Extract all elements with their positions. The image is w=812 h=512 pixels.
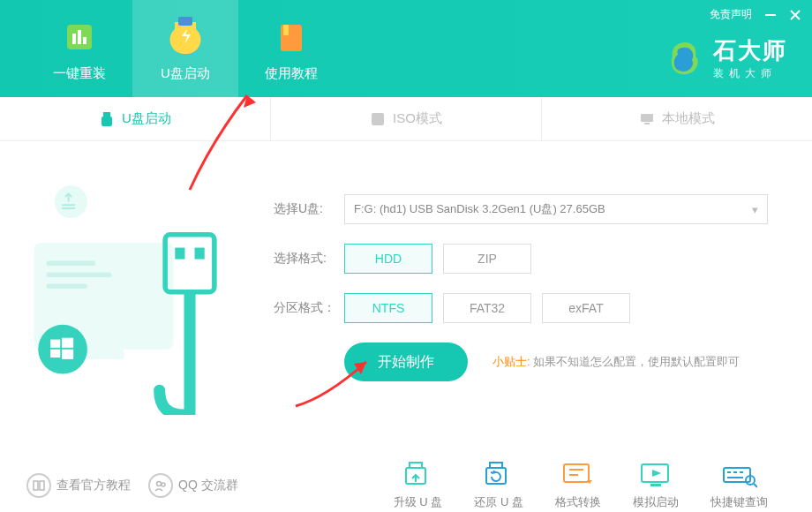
reinstall-icon (58, 16, 101, 58)
action-format-convert[interactable]: 格式转换 (555, 461, 601, 510)
simulate-icon (638, 461, 673, 489)
action-hotkey-label: 快捷键查询 (710, 494, 768, 510)
official-tutorial-label: 查看官方教程 (56, 478, 131, 493)
action-hotkey-query[interactable]: 快捷键查询 (710, 461, 768, 510)
partition-option-exfat[interactable]: exFAT (542, 293, 630, 323)
tab-tutorial[interactable]: 使用教程 (238, 0, 344, 97)
minimize-button[interactable] (764, 9, 777, 21)
disk-label: 选择U盘: (274, 201, 344, 217)
svg-rect-15 (47, 260, 96, 266)
svg-rect-16 (47, 272, 112, 277)
svg-rect-36 (650, 484, 661, 486)
qq-group-label: QQ 交流群 (178, 478, 238, 493)
convert-icon (560, 461, 596, 489)
svg-rect-25 (175, 248, 184, 260)
svg-rect-3 (83, 37, 86, 44)
svg-rect-8 (103, 112, 110, 117)
official-tutorial-link[interactable]: 查看官方教程 (26, 473, 131, 498)
tab-usb-boot-label: U盘启动 (161, 65, 210, 82)
chevron-down-icon: ▾ (752, 203, 758, 216)
action-convert-label: 格式转换 (555, 494, 601, 510)
iso-icon (370, 111, 386, 127)
svg-rect-27 (184, 292, 196, 415)
svg-rect-11 (641, 114, 653, 122)
tutorial-icon (270, 16, 312, 58)
tab-reinstall-label: 一键重装 (53, 65, 106, 82)
upgrade-usb-icon (401, 461, 436, 489)
svg-rect-26 (195, 248, 205, 260)
usb-illustration (0, 141, 265, 459)
action-upgrade-label: 升级 U 盘 (394, 494, 443, 510)
svg-rect-6 (283, 25, 289, 35)
brand-title: 石大师 (713, 35, 787, 66)
mode-tab-usb[interactable]: U盘启动 (0, 97, 271, 140)
partition-option-fat32[interactable]: FAT32 (443, 293, 531, 323)
svg-rect-2 (78, 30, 81, 44)
mode-tab-iso[interactable]: ISO模式 (271, 97, 542, 140)
action-upgrade-usb[interactable]: 升级 U 盘 (394, 461, 443, 510)
svg-rect-4 (178, 17, 192, 26)
tip-label: 小贴士: (492, 355, 530, 368)
brand-subtitle: 装机大师 (713, 66, 777, 81)
app-header: 一键重装 U盘启动 使用教程 免责声明 石大师 装机大师 (0, 0, 812, 97)
svg-rect-7 (765, 14, 776, 16)
action-simulate-label: 模拟启动 (633, 494, 679, 510)
tab-reinstall[interactable]: 一键重装 (26, 0, 132, 97)
disk-select-value: F:G: (hd1) USB SanDisk 3.2Gen1 (U盘) 27.6… (354, 201, 605, 217)
tip-text: 小贴士: 如果不知道怎么配置，使用默认配置即可 (492, 354, 740, 370)
svg-rect-10 (372, 113, 384, 125)
partition-label: 分区格式： (274, 300, 344, 316)
format-option-zip[interactable]: ZIP (443, 244, 531, 274)
usb-icon (99, 111, 115, 127)
svg-point-13 (55, 185, 87, 218)
disk-select[interactable]: F:G: (hd1) USB SanDisk 3.2Gen1 (U盘) 27.6… (344, 194, 768, 224)
svg-rect-17 (47, 283, 87, 289)
start-button[interactable]: 开始制作 (344, 343, 468, 381)
tab-tutorial-label: 使用教程 (265, 65, 318, 82)
qq-group-link[interactable]: QQ 交流群 (148, 473, 238, 498)
action-restore-usb[interactable]: 还原 U 盘 (474, 461, 523, 510)
mode-tab-iso-label: ISO模式 (393, 110, 442, 127)
usb-boot-icon (164, 16, 207, 58)
mode-tab-local[interactable]: 本地模式 (542, 97, 812, 140)
mode-tab-usb-label: U盘启动 (122, 110, 171, 127)
svg-rect-12 (644, 123, 650, 124)
svg-rect-21 (62, 338, 73, 348)
svg-rect-34 (564, 464, 589, 482)
keyboard-search-icon (722, 461, 757, 489)
svg-rect-18 (83, 350, 124, 359)
mode-tabs: U盘启动 ISO模式 本地模式 (0, 97, 812, 141)
mode-tab-local-label: 本地模式 (662, 110, 715, 127)
action-restore-label: 还原 U 盘 (474, 494, 523, 510)
format-option-hdd[interactable]: HDD (344, 244, 432, 274)
format-label: 选择格式: (274, 251, 344, 267)
monitor-icon (639, 111, 655, 127)
svg-point-28 (157, 482, 162, 486)
svg-rect-23 (62, 350, 73, 359)
people-icon (148, 473, 173, 498)
svg-rect-22 (50, 350, 60, 358)
tab-usb-boot[interactable]: U盘启动 (132, 0, 238, 97)
action-simulate-boot[interactable]: 模拟启动 (633, 461, 679, 510)
partition-option-ntfs[interactable]: NTFS (344, 293, 432, 323)
svg-point-29 (162, 483, 165, 486)
close-button[interactable] (789, 9, 801, 21)
restore-usb-icon (481, 461, 516, 489)
logo-icon (665, 39, 704, 78)
brand-logo: 石大师 装机大师 (665, 35, 787, 81)
svg-rect-9 (102, 117, 112, 126)
book-icon (26, 473, 51, 498)
disclaimer-link[interactable]: 免责声明 (710, 7, 752, 22)
svg-rect-1 (72, 34, 76, 44)
tip-body: 如果不知道怎么配置，使用默认配置即可 (533, 355, 740, 368)
svg-rect-20 (50, 340, 60, 348)
